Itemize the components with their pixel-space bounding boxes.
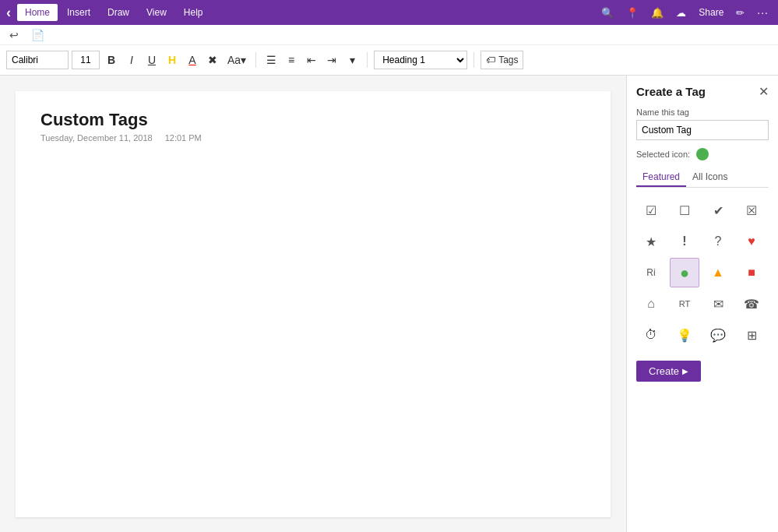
title-bar-tabs: Home Insert Draw View Help [11,4,598,21]
icon-rt[interactable]: RT [670,289,699,319]
page-button[interactable]: 📄 [28,27,48,43]
separator-1 [255,52,256,68]
tab-featured[interactable]: Featured [636,168,686,187]
icon-circle-selected[interactable]: ● [670,258,699,287]
font-name-input[interactable] [6,51,69,69]
tag-panel-title: Create a Tag [636,85,706,98]
tags-label: Tags [498,55,518,65]
icon-tabs: Featured All Icons [636,168,769,188]
separator-3 [473,52,474,68]
close-panel-button[interactable]: ✕ [759,86,769,98]
format-button[interactable]: Aa▾ [224,51,249,69]
clear-format-button[interactable]: ✖ [204,51,221,69]
ribbon-bottom: B I U H A ✖ Aa▾ ☰ ≡ ⇤ ⇥ ▾ Heading 1 Head… [0,45,778,75]
icon-checkbox-empty[interactable]: ☐ [670,196,699,225]
style-dropdown[interactable]: Heading 1 Heading 2 Normal [374,51,467,69]
tab-view[interactable]: View [139,4,174,21]
icon-star[interactable]: ★ [636,227,666,256]
tag-name-label: Name this tag [636,107,769,117]
icon-ri[interactable]: Ri [636,258,666,287]
title-bar: ‹ Home Insert Draw View Help 🔍 📍 🔔 ☁ Sha… [0,0,778,25]
document-area: Custom Tags Tuesday, December 11, 2018 1… [0,76,626,532]
document-title: Custom Tags [40,110,586,130]
selected-icon-row: Selected icon: [636,148,769,160]
tag-panel: Create a Tag ✕ Name this tag Selected ic… [626,76,778,532]
icon-clock[interactable]: ⏱ [636,320,666,350]
selected-icon-label: Selected icon: [636,150,690,159]
tab-all-icons[interactable]: All Icons [686,168,734,187]
document-page: Custom Tags Tuesday, December 11, 2018 1… [16,91,611,517]
pen-icon[interactable]: ✏ [733,5,748,20]
icon-question[interactable]: ? [703,227,733,256]
tag-name-input[interactable] [636,120,769,140]
icon-heart[interactable]: ♥ [737,227,766,256]
numbered-list-button[interactable]: ≡ [283,51,300,69]
doc-time: 12:01 PM [165,133,202,143]
undo-button[interactable]: ↩ [6,27,22,43]
indent-dec-button[interactable]: ⇤ [303,51,320,69]
tab-home[interactable]: Home [17,4,58,21]
doc-date: Tuesday, December 11, 2018 [40,133,153,143]
indent-inc-button[interactable]: ⇥ [323,51,340,69]
document-meta: Tuesday, December 11, 2018 12:01 PM [40,133,586,143]
separator-2 [367,52,368,68]
font-size-input[interactable] [72,51,100,69]
bold-button[interactable]: B [103,51,120,69]
list-arrow-button[interactable]: ▾ [343,51,361,69]
icon-triangle[interactable]: ▲ [703,258,733,287]
bell-icon[interactable]: 🔔 [648,5,667,20]
icon-grid: ☑ ☐ ✔ ☒ ★ ! ? ♥ Ri ● ▲ ■ ⌂ RT ✉ ☎ ⏱ 💡 💬 … [636,196,769,350]
tag-panel-header: Create a Tag ✕ [636,85,769,98]
icon-checkbox-x[interactable]: ☒ [737,196,766,225]
tab-insert[interactable]: Insert [59,4,98,21]
title-bar-actions: 🔍 📍 🔔 ☁ Share ✏ ··· [598,5,772,20]
icon-grid-squares[interactable]: ⊞ [737,320,766,350]
more-icon[interactable]: ··· [754,5,772,20]
main-area: Custom Tags Tuesday, December 11, 2018 1… [0,76,778,532]
icon-checkbox-checked[interactable]: ☑ [636,196,666,225]
highlight-button[interactable]: H [164,51,181,69]
font-color-button[interactable]: A [184,51,201,69]
icon-checkmark[interactable]: ✔ [703,196,733,225]
create-label: Create [649,365,679,377]
share-button[interactable]: Share [695,5,727,19]
tag-icon: 🏷 [486,55,495,65]
tags-button[interactable]: 🏷 Tags [481,51,523,69]
ribbon-top: ↩ 📄 [0,25,778,45]
ribbon: ↩ 📄 B I U H A ✖ Aa▾ ☰ ≡ ⇤ ⇥ ▾ Heading 1 … [0,25,778,76]
selected-icon-circle [696,148,709,160]
bullet-list-button[interactable]: ☰ [262,51,280,69]
icon-phone[interactable]: ☎ [737,289,766,319]
icon-exclamation[interactable]: ! [670,227,699,256]
icon-comment[interactable]: 💬 [703,320,733,350]
create-tag-button[interactable]: Create ▶ [636,361,701,382]
cloud-icon[interactable]: ☁ [673,5,689,20]
tab-draw[interactable]: Draw [100,4,137,21]
create-icon: ▶ [682,367,688,375]
italic-button[interactable]: I [123,51,140,69]
pin-icon[interactable]: 📍 [623,5,642,20]
underline-button[interactable]: U [143,51,160,69]
icon-lightbulb[interactable]: 💡 [670,320,699,350]
icon-square[interactable]: ■ [737,258,766,287]
icon-home[interactable]: ⌂ [636,289,666,319]
icon-email[interactable]: ✉ [703,289,733,319]
tab-help[interactable]: Help [176,4,211,21]
search-icon[interactable]: 🔍 [598,5,617,20]
